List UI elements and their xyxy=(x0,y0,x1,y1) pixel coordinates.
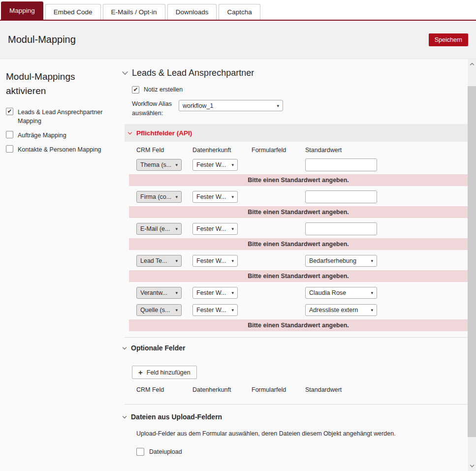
checkbox-unchecked[interactable] xyxy=(6,131,13,138)
workflow-alias-select[interactable]: workflow_1 ▾ xyxy=(179,100,283,111)
standardwert-select[interactable]: Bedarfserhebung▾ xyxy=(305,255,377,267)
crm-feld-select-value: Quelle (s... xyxy=(140,307,170,314)
column-header-standardwert: Standardwert xyxy=(305,147,468,154)
mapping-row: Thema (s...▾Fester W...▾Bitte einen Stan… xyxy=(121,158,468,186)
vertical-scrollbar[interactable] xyxy=(468,59,476,471)
checkbox-label: Aufträge Mapping xyxy=(18,131,66,140)
caret-down-icon: ▾ xyxy=(231,194,234,199)
crm-feld-select[interactable]: Firma (co...▾ xyxy=(136,191,182,203)
datenherkunft-select[interactable]: Fester W...▾ xyxy=(192,223,238,235)
sidebar-item-auftraege-mapping[interactable]: Aufträge Mapping xyxy=(6,131,116,140)
checkbox-checked[interactable]: ✔ xyxy=(132,86,139,94)
page-header: Modul-Mapping Speichern xyxy=(0,21,476,59)
tab-mapping[interactable]: Mapping xyxy=(1,1,43,20)
tab-embed-code[interactable]: Embed Code xyxy=(45,4,101,20)
checkbox-checked[interactable]: ✔ xyxy=(6,108,13,115)
tab-captcha[interactable]: Captcha xyxy=(219,4,260,20)
standardwert-cell xyxy=(305,158,468,171)
divider xyxy=(125,337,468,338)
datenherkunft-select-value: Fester W... xyxy=(196,193,226,200)
chevron-up-icon xyxy=(470,63,474,67)
column-header-datenherkunft: Datenherkunft xyxy=(192,147,252,154)
validation-error-message: Bitte einen Standardwert angeben. xyxy=(129,174,468,186)
caret-down-icon: ▾ xyxy=(231,162,234,167)
mapping-row-controls: Firma (co...▾Fester W...▾ xyxy=(136,190,468,203)
datenherkunft-select[interactable]: Fester W...▾ xyxy=(192,255,238,267)
section-optionale-title: Optionale Felder xyxy=(131,344,185,352)
caret-down-icon: ▾ xyxy=(277,103,279,108)
datenherkunft-select-value: Fester W... xyxy=(196,225,226,232)
workflow-alias-label: Workflow Alias auswählen: xyxy=(132,99,173,119)
checkbox-unchecked[interactable] xyxy=(136,448,144,456)
dateiupload-label: Dateiupload xyxy=(149,448,182,455)
standardwert-input[interactable] xyxy=(305,222,377,235)
mapping-row: Lead Te...▾Fester W...▾Bedarfserhebung▾B… xyxy=(121,254,468,282)
column-header-standardwert: Standardwert xyxy=(305,386,468,393)
crm-feld-select[interactable]: Lead Te...▾ xyxy=(136,255,182,267)
caret-down-icon: ▾ xyxy=(175,290,178,295)
datenherkunft-select[interactable]: Fester W...▾ xyxy=(192,159,238,171)
scroll-up-button[interactable] xyxy=(468,60,476,68)
column-header-crm-feld: CRM Feld xyxy=(136,147,192,154)
sidebar-item-kontakte-mapping[interactable]: Kontakte & Personen Mapping xyxy=(6,145,116,154)
datenherkunft-select[interactable]: Fester W...▾ xyxy=(192,191,238,203)
add-field-label: Feld hinzufügen xyxy=(147,369,190,376)
crm-feld-select[interactable]: Verantw...▾ xyxy=(136,287,182,299)
crm-feld-select[interactable]: Thema (s...▾ xyxy=(136,159,182,171)
pflichtfelder-column-headers: CRM Feld Datenherkunft Formularfeld Stan… xyxy=(136,146,468,154)
chevron-down-icon xyxy=(470,463,474,467)
upload-description: Upload-Felder aus dem Formular auswählen… xyxy=(136,430,468,438)
notiz-erstellen-checkbox-row[interactable]: ✔ Notiz erstellen xyxy=(132,86,468,94)
checkbox-label: Kontakte & Personen Mapping xyxy=(18,145,101,154)
scroll-down-button[interactable] xyxy=(468,462,476,470)
standardwert-select-value: Bedarfserhebung xyxy=(309,257,356,264)
caret-down-icon: ▾ xyxy=(175,258,178,263)
chevron-down-icon xyxy=(128,130,132,134)
crm-feld-select-value: Thema (s... xyxy=(140,161,171,168)
caret-down-icon: ▾ xyxy=(371,258,373,263)
tab-bar: Mapping Embed Code E-Mails / Opt-in Down… xyxy=(0,0,476,20)
crm-feld-select[interactable]: E-Mail (e...▾ xyxy=(136,223,182,235)
section-upload-header[interactable]: Dateien aus Upload-Feldern xyxy=(121,412,468,422)
validation-error-message: Bitte einen Standardwert angeben. xyxy=(129,238,468,250)
datenherkunft-select[interactable]: Fester W...▾ xyxy=(192,287,238,299)
caret-down-icon: ▾ xyxy=(231,258,234,263)
caret-down-icon: ▾ xyxy=(175,308,178,313)
datenherkunft-select[interactable]: Fester W...▾ xyxy=(192,304,238,316)
mapping-row-controls: Lead Te...▾Fester W...▾Bedarfserhebung▾ xyxy=(136,254,468,267)
tab-emails-optin[interactable]: E-Mails / Opt-in xyxy=(103,4,165,20)
standardwert-cell xyxy=(305,222,468,235)
dateiupload-checkbox-row[interactable]: Dateiupload xyxy=(136,447,468,456)
mapping-row-controls: E-Mail (e...▾Fester W...▾ xyxy=(136,222,468,235)
add-field-button[interactable]: + Feld hinzufügen xyxy=(132,366,197,379)
standardwert-cell: Adressliste extern▾ xyxy=(305,304,468,316)
standardwert-cell: Claudia Rose▾ xyxy=(305,287,468,299)
optionale-column-headers: CRM Feld Datenherkunft Formularfeld Stan… xyxy=(136,386,468,394)
page-title: Modul-Mapping xyxy=(8,34,76,45)
mapping-row-controls: Thema (s...▾Fester W...▾ xyxy=(136,158,468,171)
scrollbar-thumb[interactable] xyxy=(468,86,476,437)
caret-down-icon: ▾ xyxy=(175,162,178,167)
sidebar-item-leads-mapping[interactable]: ✔ Leads & Lead Ansprechpartner Mapping xyxy=(6,108,116,126)
standardwert-input[interactable] xyxy=(305,190,377,203)
section-pflichtfelder-header[interactable]: Pflichtfelder (API) xyxy=(125,124,468,142)
sidebar-heading: Modul-Mappings aktivieren xyxy=(6,70,116,98)
standardwert-select[interactable]: Claudia Rose▾ xyxy=(305,287,377,299)
crm-feld-select-value: E-Mail (e... xyxy=(140,225,170,232)
section-upload-title: Dateien aus Upload-Feldern xyxy=(131,413,222,421)
chevron-down-icon xyxy=(122,69,127,74)
tab-downloads[interactable]: Downloads xyxy=(167,4,217,20)
standardwert-cell xyxy=(305,190,468,203)
save-button[interactable]: Speichern xyxy=(429,33,468,46)
datenherkunft-select-value: Fester W... xyxy=(196,307,226,314)
section-leads-header[interactable]: Leads & Lead Ansprechpartner xyxy=(121,66,468,80)
crm-feld-select-value: Lead Te... xyxy=(140,257,167,264)
caret-down-icon: ▾ xyxy=(371,290,373,295)
validation-error-message: Bitte einen Standardwert angeben. xyxy=(129,206,468,218)
crm-feld-select[interactable]: Quelle (s...▾ xyxy=(136,304,182,316)
checkbox-unchecked[interactable] xyxy=(6,145,13,153)
mapping-row-controls: Quelle (s...▾Fester W...▾Adressliste ext… xyxy=(136,304,468,316)
standardwert-input[interactable] xyxy=(305,158,377,171)
standardwert-select[interactable]: Adressliste extern▾ xyxy=(305,304,377,316)
section-optionale-header[interactable]: Optionale Felder xyxy=(121,343,468,353)
